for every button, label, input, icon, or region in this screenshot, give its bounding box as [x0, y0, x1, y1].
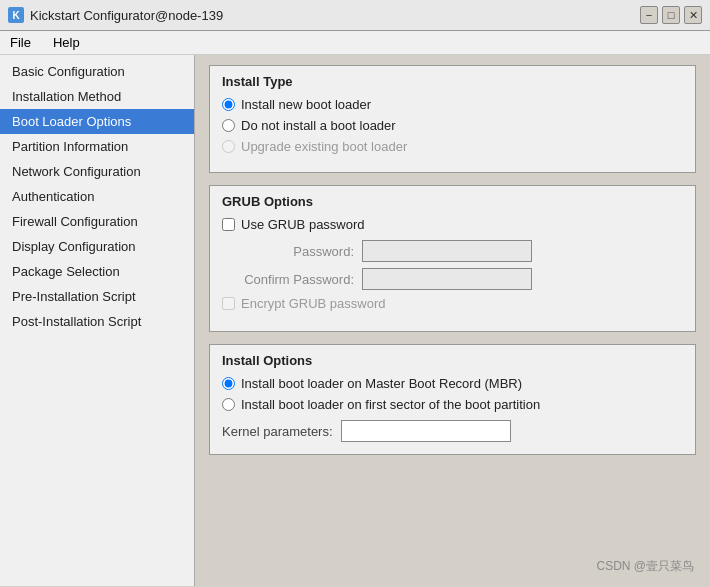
radio-no-boot-loader[interactable]: [222, 119, 235, 132]
label-no-boot-loader[interactable]: Do not install a boot loader: [241, 118, 396, 133]
radio-row-no-boot-loader: Do not install a boot loader: [222, 118, 683, 133]
radio-row-first-sector: Install boot loader on first sector of t…: [222, 397, 683, 412]
radio-upgrade-boot-loader: [222, 140, 235, 153]
radio-row-mbr: Install boot loader on Master Boot Recor…: [222, 376, 683, 391]
encrypt-grub-row: Encrypt GRUB password: [222, 296, 683, 311]
install-options-section: Install Options Install boot loader on M…: [209, 344, 696, 455]
radio-first-sector[interactable]: [222, 398, 235, 411]
sidebar-item-boot-loader-options[interactable]: Boot Loader Options: [0, 109, 194, 134]
content-area: Install Type Install new boot loader Do …: [195, 55, 710, 586]
title-bar: K Kickstart Configurator@node-139 − □ ✕: [0, 0, 710, 31]
install-type-title: Install Type: [222, 74, 683, 89]
password-label: Password:: [222, 244, 362, 259]
label-first-sector[interactable]: Install boot loader on first sector of t…: [241, 397, 540, 412]
kernel-parameters-row: Kernel parameters:: [222, 420, 683, 442]
sidebar-item-basic-configuration[interactable]: Basic Configuration: [0, 59, 194, 84]
label-mbr[interactable]: Install boot loader on Master Boot Recor…: [241, 376, 522, 391]
radio-row-new-boot-loader: Install new boot loader: [222, 97, 683, 112]
minimize-button[interactable]: −: [640, 6, 658, 24]
window-title: Kickstart Configurator@node-139: [30, 8, 223, 23]
title-buttons: − □ ✕: [640, 6, 702, 24]
install-type-section: Install Type Install new boot loader Do …: [209, 65, 696, 173]
radio-new-boot-loader[interactable]: [222, 98, 235, 111]
sidebar-item-authentication[interactable]: Authentication: [0, 184, 194, 209]
use-grub-password-row: Use GRUB password: [222, 217, 683, 232]
radio-mbr[interactable]: [222, 377, 235, 390]
watermark: CSDN @壹只菜鸟: [596, 558, 694, 575]
label-new-boot-loader[interactable]: Install new boot loader: [241, 97, 371, 112]
confirm-password-input[interactable]: [362, 268, 532, 290]
encrypt-grub-checkbox: [222, 297, 235, 310]
password-input[interactable]: [362, 240, 532, 262]
grub-options-section: GRUB Options Use GRUB password Password:…: [209, 185, 696, 332]
install-options-title: Install Options: [222, 353, 683, 368]
sidebar-item-partition-information[interactable]: Partition Information: [0, 134, 194, 159]
title-bar-left: K Kickstart Configurator@node-139: [8, 7, 223, 23]
use-grub-password-checkbox[interactable]: [222, 218, 235, 231]
sidebar-item-pre-installation-script[interactable]: Pre-Installation Script: [0, 284, 194, 309]
file-menu[interactable]: File: [4, 33, 37, 52]
sidebar-item-post-installation-script[interactable]: Post-Installation Script: [0, 309, 194, 334]
sidebar-item-installation-method[interactable]: Installation Method: [0, 84, 194, 109]
sidebar-item-package-selection[interactable]: Package Selection: [0, 259, 194, 284]
grub-options-title: GRUB Options: [222, 194, 683, 209]
main-content: Basic Configuration Installation Method …: [0, 55, 710, 586]
help-menu[interactable]: Help: [47, 33, 86, 52]
encrypt-grub-label: Encrypt GRUB password: [241, 296, 386, 311]
use-grub-password-label[interactable]: Use GRUB password: [241, 217, 365, 232]
sidebar: Basic Configuration Installation Method …: [0, 55, 195, 586]
kernel-parameters-input[interactable]: [341, 420, 511, 442]
sidebar-item-display-configuration[interactable]: Display Configuration: [0, 234, 194, 259]
app-icon: K: [8, 7, 24, 23]
radio-row-upgrade-boot-loader: Upgrade existing boot loader: [222, 139, 683, 154]
menu-bar: File Help: [0, 31, 710, 55]
maximize-button[interactable]: □: [662, 6, 680, 24]
sidebar-item-firewall-configuration[interactable]: Firewall Configuration: [0, 209, 194, 234]
confirm-password-row: Confirm Password:: [222, 268, 683, 290]
password-row: Password:: [222, 240, 683, 262]
close-button[interactable]: ✕: [684, 6, 702, 24]
confirm-password-label: Confirm Password:: [222, 272, 362, 287]
kernel-parameters-label: Kernel parameters:: [222, 424, 333, 439]
sidebar-item-network-configuration[interactable]: Network Configuration: [0, 159, 194, 184]
label-upgrade-boot-loader: Upgrade existing boot loader: [241, 139, 407, 154]
